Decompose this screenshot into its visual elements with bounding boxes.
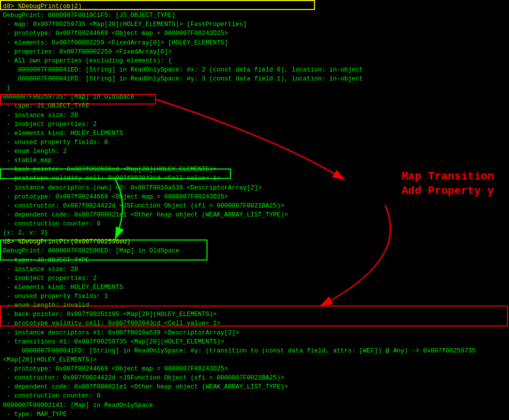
terminal-line-43: - construction counter: 0 xyxy=(3,392,506,400)
terminal-line-7: 0000007F000041ED: [String] in ReadOnlySp… xyxy=(3,66,506,74)
terminal-line-32: - unused property fields: 1 xyxy=(3,292,506,301)
terminal-line-37: - transitions #1: 0x007f00259735 <Map[20… xyxy=(3,338,506,346)
terminal-line-42: - dependent code: 0x007f000021e1 <Other … xyxy=(3,382,506,392)
terminal-line-34: - back pointer: 0x007f00251195 <Map[20](… xyxy=(3,310,506,319)
terminal-line-10: 0000007F00259735: [Map] in OldSpace xyxy=(3,92,506,102)
terminal-line-27: DebugPrint: 0000007F002596ED: [Map] in O… xyxy=(3,246,506,256)
terminal-line-6: - All own properties (excluding elements… xyxy=(3,56,506,66)
terminal-line-17: - stable_map xyxy=(3,156,506,165)
annotation-map-transition: Map Transition Add Property y xyxy=(402,170,494,198)
terminal-line-13: - inobject properties: 2 xyxy=(3,120,506,129)
terminal-line-16: - enum length: 2 xyxy=(3,147,506,156)
terminal-line-31: - elements kind: HOLEY_ELEMENTS xyxy=(3,283,506,292)
terminal-line-3: - prototype: 0x007f00244669 <Object map … xyxy=(3,29,506,38)
terminal-line-22: - constructor: 0x007f0024422d <JSFunctio… xyxy=(3,202,506,210)
terminal-line-5: - properties: 0x007f00002259 <FixedArray… xyxy=(3,48,506,56)
terminal-line-12: - instance size: 20 xyxy=(3,111,506,120)
terminal-line-45: - type: MAP_TYPE xyxy=(3,410,506,419)
terminal-line-8: 0000007F000041FD: [String] in ReadOnlySp… xyxy=(3,74,506,84)
terminal-line-2: - map: 0x007f00259735 <Map[20](HOLEY_ELE… xyxy=(3,20,506,29)
terminal-line-41: - constructor: 0x007f0024422d <JSFunctio… xyxy=(3,374,506,382)
terminal-line-38: 0000007F000041FD: [String] in ReadOnlySp… xyxy=(3,346,506,356)
terminal-line-4: - elements: 0x007f00002259 <FixedArray[0… xyxy=(3,38,506,48)
terminal-line-23: - dependent code: 0x007f000021e1 <Other … xyxy=(3,210,506,220)
terminal-line-40: - prototype: 0x007f00244669 <Object map … xyxy=(3,364,506,374)
terminal-line-26: d8> %DebugPrintPtr(0x007f002596ed) xyxy=(3,238,506,246)
terminal-line-29: - instance size: 20 xyxy=(3,265,506,274)
terminal-line-36: - instance descriptors #1: 0x007f0010a53… xyxy=(3,328,506,338)
terminal-line-33: - enum length: invalid xyxy=(3,301,506,310)
terminal-line-44: 0000007F00002141: [Map] in ReadOnlySpace xyxy=(3,401,506,410)
terminal-line-25: {x: 2, v: 3} xyxy=(3,228,506,238)
terminal: d8> %DebugPrint(obj2)DebugPrint: 0000007… xyxy=(0,0,509,420)
terminal-line-24: - construction counter: 0 xyxy=(3,220,506,228)
terminal-line-9: } xyxy=(3,84,506,92)
terminal-line-15: - unused property fields: 0 xyxy=(3,138,506,147)
terminal-line-14: - elements kind: HOLEY_ELEMENTS xyxy=(3,129,506,138)
terminal-line-28: - type: JS_OBJECT_TYPE xyxy=(3,256,506,265)
terminal-line-1: DebugPrint: 0000007F0010C1F5: [JS_OBJECT… xyxy=(3,11,506,20)
terminal-line-0: d8> %DebugPrint(obj2) xyxy=(3,2,506,11)
terminal-line-39: <Map[20](HOLEY_ELEMENTS)> xyxy=(3,356,506,364)
terminal-line-11: - type: JS_OBJECT_TYPE xyxy=(3,102,506,110)
terminal-line-30: - inobject properties: 2 xyxy=(3,274,506,283)
terminal-line-35: - prototype_validity cell: 0x007f002043c… xyxy=(3,319,506,328)
